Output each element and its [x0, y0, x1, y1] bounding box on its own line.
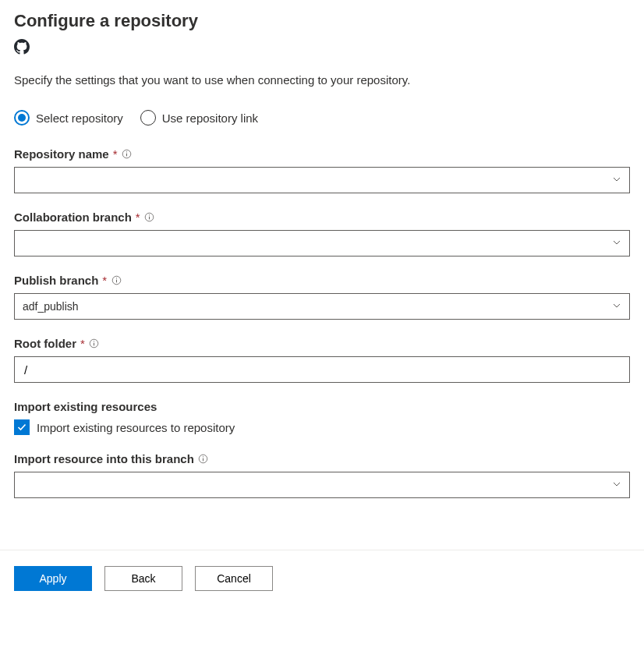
cancel-button[interactable]: Cancel: [195, 566, 273, 591]
chevron-down-icon: [612, 237, 621, 249]
back-button[interactable]: Back: [104, 566, 182, 591]
required-indicator: *: [136, 211, 140, 224]
svg-point-5: [149, 214, 150, 215]
check-icon: [16, 422, 27, 433]
publish-branch-select[interactable]: adf_publish: [14, 293, 630, 320]
repository-name-select[interactable]: [14, 167, 630, 193]
publish-branch-label: Publish branch: [14, 274, 98, 287]
chevron-down-icon: [612, 300, 621, 313]
description-text: Specify the settings that you want to us…: [14, 73, 630, 87]
radio-label: Select repository: [36, 111, 123, 125]
repo-mode-radio-group: Select repository Use repository link: [14, 110, 630, 126]
radio-icon: [14, 110, 30, 126]
root-folder-input-wrapper: [14, 356, 630, 383]
root-folder-input[interactable]: [23, 363, 621, 377]
select-repository-radio[interactable]: Select repository: [14, 110, 123, 126]
footer-bar: Apply Back Cancel: [0, 550, 644, 608]
import-existing-checkbox[interactable]: [14, 419, 30, 435]
import-branch-label: Import resource into this branch: [14, 452, 194, 465]
collaboration-branch-select[interactable]: [14, 230, 630, 257]
repository-name-label: Repository name: [14, 147, 109, 161]
info-icon[interactable]: [122, 149, 133, 160]
info-icon[interactable]: [89, 338, 100, 349]
chevron-down-icon: [612, 479, 621, 491]
info-icon[interactable]: [144, 212, 155, 223]
svg-point-8: [116, 278, 117, 278]
info-icon[interactable]: [111, 275, 122, 286]
required-indicator: *: [113, 147, 118, 161]
import-existing-checkbox-label: Import existing resources to repository: [37, 421, 235, 434]
radio-icon: [140, 110, 156, 126]
required-indicator: *: [102, 274, 107, 287]
import-existing-label: Import existing resources: [14, 400, 157, 413]
svg-point-14: [203, 456, 203, 457]
svg-point-2: [126, 151, 127, 152]
radio-label: Use repository link: [162, 111, 258, 125]
apply-button[interactable]: Apply: [14, 566, 92, 591]
required-indicator: *: [80, 337, 85, 350]
info-icon[interactable]: [198, 454, 209, 465]
svg-point-11: [94, 341, 94, 341]
root-folder-label: Root folder: [14, 337, 76, 350]
import-branch-select[interactable]: [14, 472, 630, 498]
chevron-down-icon: [612, 174, 621, 186]
select-value: adf_publish: [23, 300, 79, 313]
use-repository-link-radio[interactable]: Use repository link: [140, 110, 258, 126]
collaboration-branch-label: Collaboration branch: [14, 211, 132, 224]
github-icon: [14, 39, 30, 55]
page-title: Configure a repository: [14, 11, 630, 31]
